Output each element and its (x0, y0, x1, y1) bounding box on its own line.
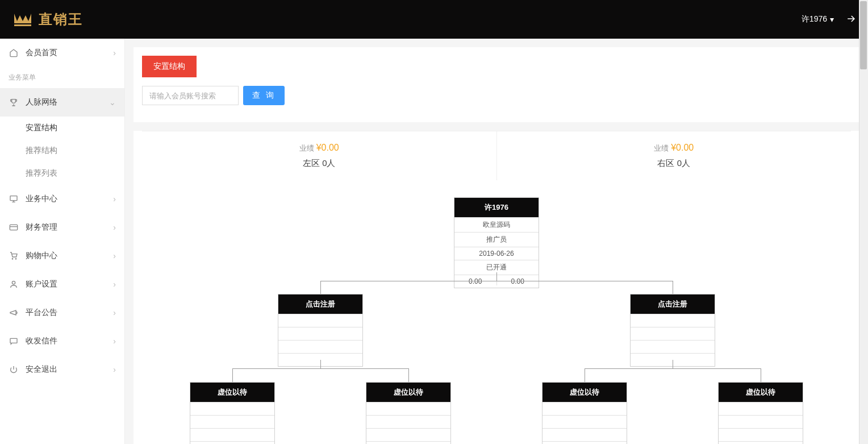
submenu-item-recommend-struct[interactable]: 推荐结构 (0, 139, 124, 162)
caret-down-icon: ▾ (830, 15, 834, 24)
cart-icon (9, 251, 19, 261)
chevron-right-icon: › (113, 365, 116, 374)
sidebar-item-network[interactable]: 人脉网络 ⌄ (0, 88, 124, 117)
tree-panel: 业绩¥0.00 左区 0人 业绩¥0.00 右区 0人 许1976 欧皇源码 推… (133, 131, 859, 444)
search-row: 查 询 (142, 77, 851, 114)
chevron-right-icon: › (113, 337, 116, 346)
sidebar-item-home[interactable]: 会员首页 › (0, 39, 124, 67)
node-header: 点击注册 (278, 294, 362, 314)
logo[interactable]: 直销王 (11, 10, 83, 28)
sidebar: 会员首页 › 业务菜单 人脉网络 ⌄ 安置结构 推荐结构 推荐列表 业务中心 › (0, 39, 125, 444)
card-icon (9, 222, 19, 233)
sidebar-item-logout[interactable]: 安全退出 › (0, 355, 124, 384)
sidebar-item-account[interactable]: 账户设置 › (0, 270, 124, 298)
message-icon (9, 336, 19, 346)
tab-structure[interactable]: 安置结构 (142, 56, 197, 77)
tree-node-vacant[interactable]: 虚位以待 (366, 382, 451, 444)
vertical-scrollbar[interactable] (859, 0, 868, 444)
chevron-right-icon: › (113, 194, 116, 204)
node-header: 虚位以待 (366, 383, 450, 402)
sidebar-label: 人脉网络 (26, 97, 57, 107)
tree-line (320, 281, 321, 294)
main-container: 会员首页 › 业务菜单 人脉网络 ⌄ 安置结构 推荐结构 推荐列表 业务中心 › (0, 39, 868, 444)
top-header: 直销王 许1976 ▾ (0, 0, 868, 39)
tree-node-register[interactable]: 点击注册 (630, 294, 715, 367)
forward-icon[interactable] (845, 13, 857, 26)
tree-line (761, 368, 761, 382)
tree-wrap: 许1976 欧皇源码 推广员 2019-06-26 已开通 0.000.00 点… (142, 180, 851, 444)
node-header: 虚位以待 (190, 383, 274, 402)
sidebar-section-label: 业务菜单 (0, 67, 124, 88)
stat-label: 业绩 (654, 144, 669, 152)
sidebar-item-shop[interactable]: 购物中心 › (0, 242, 124, 270)
sidebar-label: 财务管理 (26, 222, 57, 233)
sidebar-item-business[interactable]: 业务中心 › (0, 185, 124, 213)
node-header: 许1976 (454, 198, 539, 217)
stat-sub: 右区 0人 (497, 158, 852, 169)
sidebar-label: 收发信件 (26, 336, 57, 346)
tree-inner: 许1976 欧皇源码 推广员 2019-06-26 已开通 0.000.00 点… (144, 197, 849, 444)
tree-node-register[interactable]: 点击注册 (278, 294, 363, 367)
crown-icon (11, 11, 34, 28)
user-icon (9, 279, 19, 289)
tree-line (408, 368, 409, 382)
tree-line (585, 368, 585, 382)
sidebar-label: 购物中心 (26, 251, 57, 261)
sidebar-label: 账户设置 (26, 279, 57, 289)
stat-label: 业绩 (299, 144, 314, 152)
node-header: 虚位以待 (719, 383, 803, 402)
submenu-network: 安置结构 推荐结构 推荐列表 (0, 117, 124, 185)
tree-node-vacant[interactable]: 虚位以待 (190, 382, 275, 444)
svg-point-3 (15, 259, 16, 259)
sidebar-item-mail[interactable]: 收发信件 › (0, 327, 124, 355)
stat-right: 业绩¥0.00 右区 0人 (497, 131, 852, 180)
svg-point-4 (12, 281, 15, 284)
chevron-right-icon: › (113, 251, 116, 260)
search-panel: 安置结构 查 询 (133, 47, 859, 122)
search-button[interactable]: 查 询 (243, 86, 285, 105)
stat-value: ¥0.00 (671, 143, 694, 152)
tree-line (232, 368, 233, 382)
stats-row: 业绩¥0.00 左区 0人 业绩¥0.00 右区 0人 (142, 131, 851, 180)
scrollbar-thumb[interactable] (860, 1, 867, 69)
sidebar-label: 安全退出 (26, 364, 57, 375)
tree-line (585, 368, 761, 369)
tree-line (232, 368, 408, 369)
submenu-item-recommend-list[interactable]: 推荐列表 (0, 162, 124, 185)
brand-text: 直销王 (39, 10, 83, 28)
chevron-right-icon: › (113, 280, 116, 289)
power-icon (9, 364, 19, 375)
user-dropdown[interactable]: 许1976 ▾ (802, 14, 834, 24)
stat-left: 业绩¥0.00 左区 0人 (142, 131, 497, 180)
tree-line (673, 281, 673, 294)
sidebar-item-notice[interactable]: 平台公告 › (0, 298, 124, 327)
svg-rect-1 (10, 225, 17, 230)
search-input[interactable] (142, 86, 239, 105)
tree-node-vacant[interactable]: 虚位以待 (718, 382, 803, 444)
svg-rect-5 (10, 338, 17, 343)
chevron-down-icon: ⌄ (109, 98, 116, 107)
main-content: 安置结构 查 询 业绩¥0.00 左区 0人 业绩¥0.00 右区 0人 (125, 39, 868, 444)
tree-line (320, 360, 321, 368)
chevron-right-icon: › (113, 223, 116, 232)
submenu-item-structure[interactable]: 安置结构 (0, 117, 124, 139)
chevron-right-icon: › (113, 308, 116, 317)
sidebar-item-finance[interactable]: 财务管理 › (0, 213, 124, 242)
tree-node-vacant[interactable]: 虚位以待 (542, 382, 627, 444)
home-icon (9, 48, 19, 58)
chevron-right-icon: › (113, 48, 116, 57)
svg-point-2 (12, 259, 12, 259)
user-name-label: 许1976 (802, 14, 827, 24)
tree-line (496, 272, 497, 281)
megaphone-icon (9, 308, 19, 318)
sidebar-label: 平台公告 (26, 308, 57, 318)
trophy-icon (9, 97, 19, 107)
sidebar-label: 业务中心 (26, 194, 57, 204)
svg-rect-0 (10, 196, 17, 201)
sidebar-label: 会员首页 (26, 48, 57, 58)
tree-line (673, 360, 673, 368)
node-header: 虚位以待 (542, 383, 627, 402)
tree-line (320, 281, 673, 281)
monitor-icon (9, 194, 19, 204)
node-header: 点击注册 (631, 294, 715, 314)
